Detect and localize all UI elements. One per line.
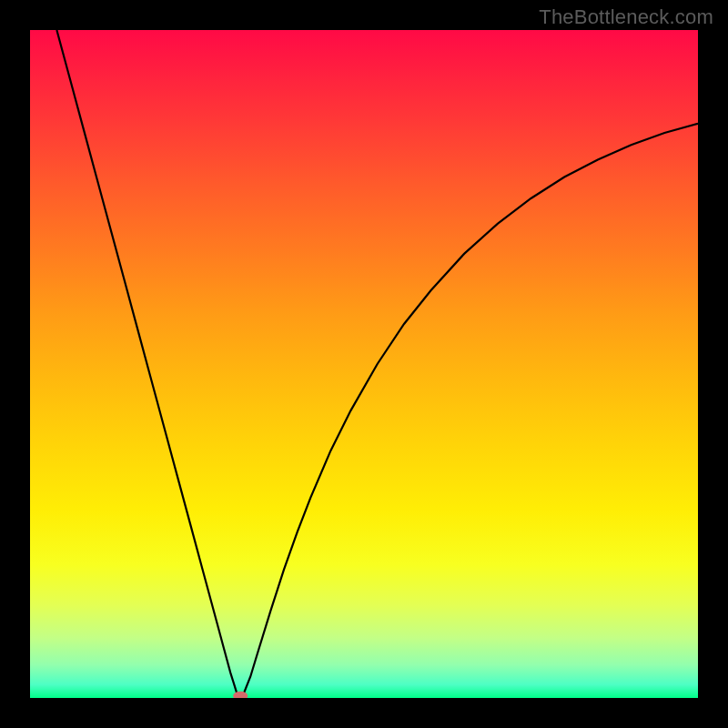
chart-frame: TheBottleneck.com <box>0 0 728 728</box>
watermark-text: TheBottleneck.com <box>539 5 713 29</box>
bottleneck-curve <box>56 30 698 697</box>
plot-area <box>30 30 698 698</box>
optimal-marker <box>233 692 248 698</box>
chart-svg <box>30 30 698 698</box>
